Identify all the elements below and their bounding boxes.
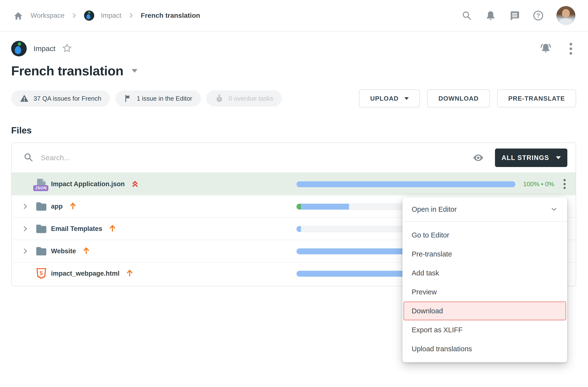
qa-issues-chip[interactable]: 37 QA issues for French (11, 91, 110, 107)
title-dropdown-caret-icon[interactable] (132, 69, 137, 73)
files-search-input[interactable] (41, 154, 472, 162)
project-name: Impact (34, 45, 55, 53)
pre-translate-button[interactable]: PRE-TRANSLATE (497, 90, 576, 108)
translation-progress-bar (296, 181, 516, 187)
download-button[interactable]: DOWNLOAD (427, 90, 490, 108)
chevron-right-icon (71, 13, 77, 19)
search-icon (23, 152, 34, 163)
search-icon[interactable] (461, 10, 472, 21)
favorite-star-icon[interactable] (62, 43, 72, 54)
overdue-tasks-chip[interactable]: 0 overdue tasks (206, 91, 282, 107)
menu-item-go-to-editor[interactable]: Go to Editor (402, 226, 567, 245)
menu-item-pre-translate[interactable]: Pre-translate (402, 245, 567, 264)
warning-icon (20, 94, 29, 103)
chevron-down-icon (550, 205, 558, 213)
chevron-right-icon (128, 13, 134, 19)
file-context-menu: Open in Editor Go to Editor Pre-translat… (402, 197, 567, 362)
project-logo-icon (84, 10, 94, 21)
priority-high-icon (108, 224, 116, 233)
json-file-icon: JSON (35, 173, 48, 195)
row-more-options-kebab-icon[interactable] (564, 178, 566, 191)
priority-high-icon (69, 202, 77, 211)
priority-highest-icon (131, 179, 139, 189)
page-title: French translation (11, 63, 123, 78)
flag-icon (124, 94, 132, 102)
folder-icon (35, 195, 48, 217)
html-file-icon: 5 (35, 263, 48, 284)
visibility-eye-icon[interactable] (472, 152, 484, 164)
folder-icon (35, 218, 48, 240)
help-icon[interactable]: ? (533, 10, 544, 21)
menu-item-download[interactable]: Download (403, 301, 566, 320)
menu-item-open-in-editor[interactable]: Open in Editor (402, 197, 567, 222)
svg-text:?: ? (537, 12, 540, 19)
files-toolbar: ALL STRINGS (12, 143, 576, 173)
project-more-options-kebab-icon[interactable] (569, 43, 572, 55)
top-navigation-bar: Workspace Impact French translation ? (0, 0, 588, 32)
chevron-down-icon (556, 156, 561, 159)
menu-item-export-as-xliff[interactable]: Export as XLIFF (402, 320, 567, 339)
breadcrumb-project[interactable]: Impact (101, 12, 122, 20)
priority-high-icon (126, 269, 134, 278)
folder-icon (35, 240, 48, 262)
file-name: Impact Application.json (51, 180, 125, 188)
breadcrumb: Workspace Impact French translation (13, 10, 200, 21)
expand-chevron-icon[interactable] (21, 218, 30, 240)
priority-high-icon (82, 247, 90, 256)
folder-name: app (51, 203, 63, 210)
translation-stats: 100% • 0% (523, 173, 554, 195)
expand-chevron-icon[interactable] (21, 240, 30, 262)
home-icon[interactable] (13, 10, 24, 21)
folder-name: Website (51, 248, 76, 255)
stopwatch-icon (215, 94, 224, 103)
menu-item-add-task[interactable]: Add task (402, 264, 567, 282)
file-name: impact_webpage.html (51, 270, 120, 277)
folder-name: Email Templates (51, 225, 102, 233)
breadcrumb-current-page: French translation (141, 12, 200, 20)
project-logo (11, 41, 27, 56)
project-notifications-bell-icon[interactable] (539, 41, 552, 56)
upload-button[interactable]: UPLOAD (359, 90, 420, 108)
files-section-title: Files (11, 125, 576, 136)
editor-issues-chip[interactable]: 1 issue in the Editor (115, 91, 201, 107)
menu-item-preview[interactable]: Preview (402, 282, 567, 301)
menu-item-upload-translations[interactable]: Upload translations (402, 339, 567, 358)
breadcrumb-workspace[interactable]: Workspace (31, 12, 64, 20)
strings-filter-button[interactable]: ALL STRINGS (495, 149, 567, 167)
file-row-impact-application-json[interactable]: JSON Impact Application.json 100% • 0% (12, 173, 576, 195)
expand-chevron-icon[interactable] (21, 195, 30, 217)
messages-chat-icon[interactable] (509, 10, 520, 21)
user-avatar[interactable] (556, 6, 575, 25)
chevron-down-icon (404, 97, 409, 100)
svg-text:5: 5 (40, 270, 43, 276)
notifications-bell-icon[interactable] (485, 10, 496, 21)
